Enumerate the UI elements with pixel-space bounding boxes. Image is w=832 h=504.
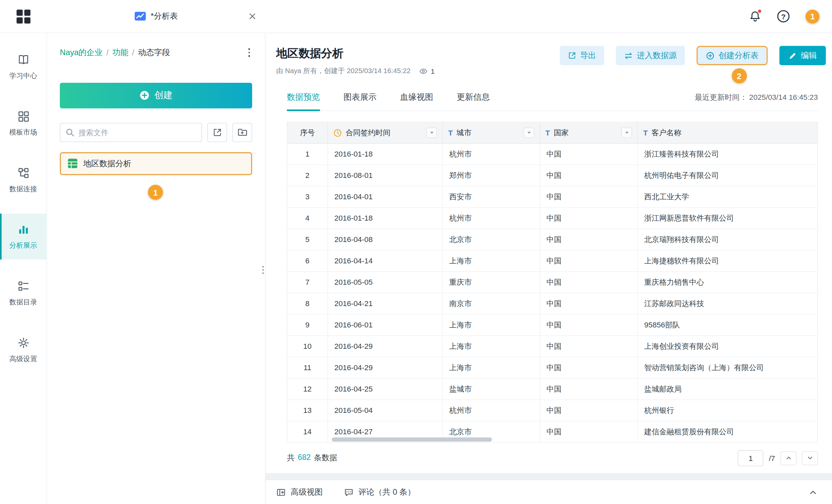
table-row[interactable]: 9 2016-06-01 上海市 中国 95856部队 <box>287 314 817 336</box>
views-count: 1 <box>431 67 435 75</box>
batch-export-button[interactable] <box>207 123 227 142</box>
cell-country: 中国 <box>540 357 638 378</box>
file-item-region-analysis[interactable]: 地区数据分析 <box>60 152 252 175</box>
sidebar-item-data-catalog[interactable]: 数据目录 <box>0 270 46 316</box>
enter-datasource-button[interactable]: 进入数据源 <box>616 46 685 65</box>
cell-customer: 上海捷穗软件有限公司 <box>638 250 817 272</box>
export-button[interactable]: 导出 <box>560 46 604 65</box>
cell-sign-date: 2016-06-01 <box>328 314 443 336</box>
app-logo-icon[interactable] <box>0 8 47 24</box>
new-folder-button[interactable] <box>232 123 252 142</box>
cell-sign-date: 2016-04-29 <box>328 336 443 357</box>
table-row[interactable]: 3 2016-04-01 西安市 中国 西北工业大学 <box>287 186 817 208</box>
advanced-view-button[interactable]: 高级视图 <box>276 487 322 497</box>
table-row[interactable]: 10 2016-04-29 上海市 中国 上海创业投资有限公司 <box>287 336 817 357</box>
breadcrumb-enterprise[interactable]: Naya的企业 <box>60 47 103 57</box>
create-analysis-table-button[interactable]: 创建分析表 <box>697 46 768 65</box>
cell-index: 5 <box>287 229 328 250</box>
table-row[interactable]: 11 2016-04-29 上海市 中国 智动营销策划咨询（上海）有限公司 <box>287 357 817 378</box>
page-up-button[interactable] <box>781 451 797 465</box>
tab-update-info[interactable]: 更新信息 <box>457 92 490 110</box>
table-row[interactable]: 12 2016-04-25 盐城市 中国 盐城邮政局 <box>287 378 817 400</box>
tab-lineage-view[interactable]: 血缘视图 <box>400 92 433 110</box>
table-row[interactable]: 8 2016-04-21 南京市 中国 江苏邮政同达科技 <box>287 293 817 314</box>
page-title: 地区数据分析 <box>276 46 435 61</box>
cell-city: 杭州市 <box>443 208 540 229</box>
data-table: 序号 合同签约时间 城市 <box>287 122 817 443</box>
detail-tabs: 数据预览 图表展示 血缘视图 更新信息 最近更新时间： 2025/03/14 1… <box>287 79 817 111</box>
cell-sign-date: 2016-04-25 <box>328 378 443 400</box>
cell-sign-date: 2016-05-05 <box>328 272 443 293</box>
cell-sign-date: 2016-04-01 <box>328 186 443 208</box>
comments-button[interactable]: 评论（共 0 条） <box>344 487 415 497</box>
sidebar-item-template-market[interactable]: 模板市场 <box>0 101 46 147</box>
cell-index: 13 <box>287 400 328 421</box>
sidebar-item-learning-center[interactable]: 学习中心 <box>0 44 46 90</box>
cell-customer: 95856部队 <box>638 314 817 336</box>
filter-caret-icon[interactable] <box>523 128 534 137</box>
cell-sign-date: 2016-04-29 <box>328 357 443 378</box>
breadcrumb-function[interactable]: 功能 <box>112 47 128 57</box>
cell-city: 南京市 <box>443 293 540 314</box>
table-row[interactable]: 4 2016-01-18 杭州市 中国 浙江网新恩普软件有限公司 <box>287 208 817 229</box>
cell-city: 上海市 <box>443 357 540 378</box>
horizontal-scrollbar-thumb[interactable] <box>332 437 492 442</box>
cell-sign-date: 2016-04-08 <box>328 229 443 250</box>
cell-country: 中国 <box>540 336 638 357</box>
cell-index: 6 <box>287 250 328 272</box>
cell-customer: 上海创业投资有限公司 <box>638 336 817 357</box>
sidebar-item-analysis-display[interactable]: 分析展示 <box>0 214 46 260</box>
cell-city: 上海市 <box>443 314 540 336</box>
cell-customer: 浙江网新恩普软件有限公司 <box>638 208 817 229</box>
table-row[interactable]: 6 2016-04-14 上海市 中国 上海捷穗软件有限公司 <box>287 250 817 272</box>
tab-chart-display[interactable]: 图表展示 <box>343 92 376 110</box>
tab-data-preview[interactable]: 数据预览 <box>287 92 320 111</box>
header-index[interactable]: 序号 <box>287 122 328 143</box>
notification-bell-icon[interactable] <box>749 10 761 22</box>
cell-index: 2 <box>287 165 328 186</box>
advanced-view-icon <box>276 487 286 497</box>
header-city[interactable]: 城市 <box>443 122 540 143</box>
header-sign-date[interactable]: 合同签约时间 <box>328 122 443 143</box>
table-row[interactable]: 7 2016-05-05 重庆市 中国 重庆格力销售中心 <box>287 272 817 293</box>
table-row[interactable]: 1 2016-01-18 杭州市 中国 浙江臻善科技有限公司 <box>287 143 817 165</box>
cell-index: 8 <box>287 293 328 314</box>
notification-dot <box>758 9 762 14</box>
cell-index: 10 <box>287 336 328 357</box>
sidebar-item-advanced-settings[interactable]: 高级设置 <box>0 327 46 373</box>
document-tab[interactable]: *分析表 <box>47 0 265 33</box>
table-file-icon <box>68 158 78 169</box>
cell-city: 郑州市 <box>443 165 540 186</box>
text-type-icon <box>546 129 550 136</box>
collapse-chevron-icon[interactable] <box>809 488 817 497</box>
annotation-badge-topright: 1 <box>806 9 820 23</box>
page-number-input[interactable] <box>738 450 763 466</box>
breadcrumb-more-icon[interactable] <box>246 46 252 59</box>
cell-customer: 杭州明佑电子有限公司 <box>638 165 817 186</box>
create-button[interactable]: 创建 <box>60 82 252 108</box>
edit-button[interactable]: 编辑 <box>779 46 826 65</box>
cell-country: 中国 <box>540 250 638 272</box>
page-down-button[interactable] <box>802 451 818 465</box>
filter-caret-icon[interactable] <box>621 128 632 137</box>
cell-sign-date: 2016-04-14 <box>328 250 443 272</box>
cell-city: 杭州市 <box>443 400 540 421</box>
panel-resize-handle[interactable] <box>260 264 266 276</box>
table-row[interactable]: 5 2016-04-08 北京市 中国 北京瑞翔科技有限公司 <box>287 229 817 250</box>
cell-sign-date: 2016-01-18 <box>328 143 443 165</box>
cell-customer: 西北工业大学 <box>638 186 817 208</box>
tab-close-icon[interactable] <box>249 13 256 20</box>
header-customer[interactable]: 客户名称 <box>638 122 817 143</box>
header-country[interactable]: 国家 <box>540 122 638 143</box>
table-row[interactable]: 13 2016-05-04 杭州市 中国 杭州银行 <box>287 400 817 421</box>
plus-circle-icon <box>706 51 715 60</box>
sidebar-item-label: 模板市场 <box>9 128 37 137</box>
help-icon[interactable]: ? <box>777 10 789 22</box>
filter-caret-icon[interactable] <box>426 128 437 137</box>
cell-customer: 建信金融租赁股份有限公司 <box>638 421 817 443</box>
clock-icon <box>333 129 342 137</box>
table-row[interactable]: 2 2016-08-01 郑州市 中国 杭州明佑电子有限公司 <box>287 165 817 186</box>
cell-customer: 盐城邮政局 <box>638 378 817 400</box>
sidebar-item-data-connection[interactable]: 数据连接 <box>0 157 46 203</box>
search-input[interactable] <box>60 123 202 142</box>
